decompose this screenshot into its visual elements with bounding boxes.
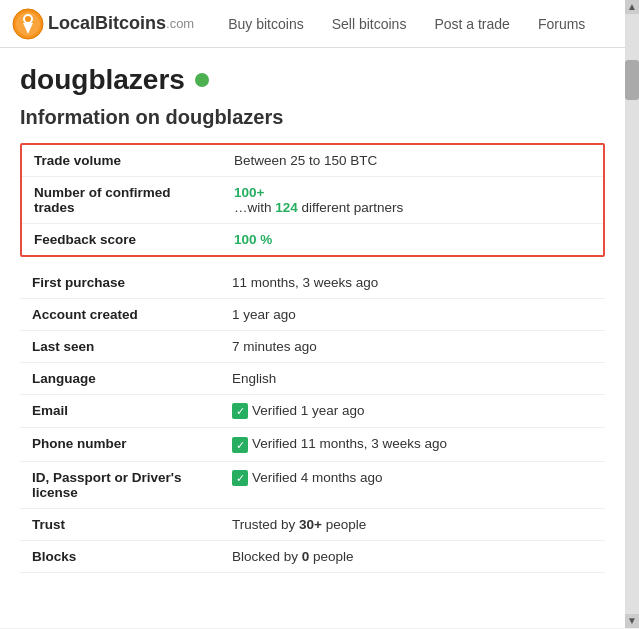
language-label: Language: [20, 363, 220, 395]
forums-link[interactable]: Forums: [528, 12, 595, 36]
partners-count: 124: [275, 200, 298, 215]
feedback-score-number: 100 %: [234, 232, 272, 247]
trust-label: Trust: [20, 508, 220, 540]
section-title: Information on dougblazers: [20, 106, 605, 129]
table-row: Trade volume Between 25 to 150 BTC: [22, 145, 603, 177]
feedback-score-label: Feedback score: [22, 224, 222, 256]
scrollbar[interactable]: ▲ ▼: [625, 0, 639, 628]
scroll-up-arrow[interactable]: ▲: [625, 0, 639, 14]
feedback-score-value: 100 %: [222, 224, 603, 256]
logo-name: LocalBitcoins: [48, 13, 166, 34]
phone-value: ✓Verified 11 months, 3 weeks ago: [220, 428, 605, 461]
blocks-value: Blocked by 0 people: [220, 540, 605, 572]
scroll-down-arrow[interactable]: ▼: [625, 614, 639, 628]
first-purchase-value: 11 months, 3 weeks ago: [220, 267, 605, 299]
check-icon: ✓: [232, 470, 248, 486]
table-row: Account created 1 year ago: [20, 299, 605, 331]
phone-label: Phone number: [20, 428, 220, 461]
highlighted-info-table: Trade volume Between 25 to 150 BTC Numbe…: [22, 145, 603, 255]
blocks-count: 0: [302, 549, 310, 564]
id-label: ID, Passport or Driver's license: [20, 461, 220, 508]
table-row: First purchase 11 months, 3 weeks ago: [20, 267, 605, 299]
highlighted-info-box: Trade volume Between 25 to 150 BTC Numbe…: [20, 143, 605, 257]
trades-count: 100+: [234, 185, 264, 200]
logo-com: .com: [166, 16, 194, 31]
last-seen-label: Last seen: [20, 331, 220, 363]
table-row: Email ✓Verified 1 year ago: [20, 395, 605, 428]
main-content: dougblazers Information on dougblazers T…: [0, 48, 625, 628]
email-value: ✓Verified 1 year ago: [220, 395, 605, 428]
confirmed-trades-value: 100+ …with 124 different partners: [222, 177, 603, 224]
table-row: Trust Trusted by 30+ people: [20, 508, 605, 540]
nav-links: Buy bitcoins Sell bitcoins Post a trade …: [218, 12, 595, 36]
email-label: Email: [20, 395, 220, 428]
table-row: Phone number ✓Verified 11 months, 3 week…: [20, 428, 605, 461]
sell-bitcoins-link[interactable]: Sell bitcoins: [322, 12, 417, 36]
last-seen-value: 7 minutes ago: [220, 331, 605, 363]
svg-point-4: [25, 16, 31, 22]
scrollbar-thumb[interactable]: [625, 60, 639, 100]
trade-volume-value: Between 25 to 150 BTC: [222, 145, 603, 177]
table-row: Number of confirmed trades 100+ …with 12…: [22, 177, 603, 224]
blocks-label: Blocks: [20, 540, 220, 572]
language-value: English: [220, 363, 605, 395]
id-value: ✓Verified 4 months ago: [220, 461, 605, 508]
username: dougblazers: [20, 64, 185, 96]
navbar: LocalBitcoins.com Buy bitcoins Sell bitc…: [0, 0, 625, 48]
trust-count: 30+: [299, 517, 322, 532]
table-row: Blocks Blocked by 0 people: [20, 540, 605, 572]
table-row: Feedback score 100 %: [22, 224, 603, 256]
table-row: ID, Passport or Driver's license ✓Verifi…: [20, 461, 605, 508]
post-trade-link[interactable]: Post a trade: [424, 12, 520, 36]
confirmed-trades-label: Number of confirmed trades: [22, 177, 222, 224]
trades-partners-text: …with 124 different partners: [234, 200, 403, 215]
buy-bitcoins-link[interactable]: Buy bitcoins: [218, 12, 313, 36]
logo-icon: [12, 8, 44, 40]
site-logo[interactable]: LocalBitcoins.com: [12, 8, 194, 40]
trade-volume-label: Trade volume: [22, 145, 222, 177]
first-purchase-label: First purchase: [20, 267, 220, 299]
table-row: Last seen 7 minutes ago: [20, 331, 605, 363]
check-icon: ✓: [232, 403, 248, 419]
username-row: dougblazers: [20, 64, 605, 96]
account-created-label: Account created: [20, 299, 220, 331]
trust-value: Trusted by 30+ people: [220, 508, 605, 540]
main-info-table: First purchase 11 months, 3 weeks ago Ac…: [20, 267, 605, 573]
account-created-value: 1 year ago: [220, 299, 605, 331]
online-indicator: [195, 73, 209, 87]
table-row: Language English: [20, 363, 605, 395]
check-icon: ✓: [232, 437, 248, 453]
